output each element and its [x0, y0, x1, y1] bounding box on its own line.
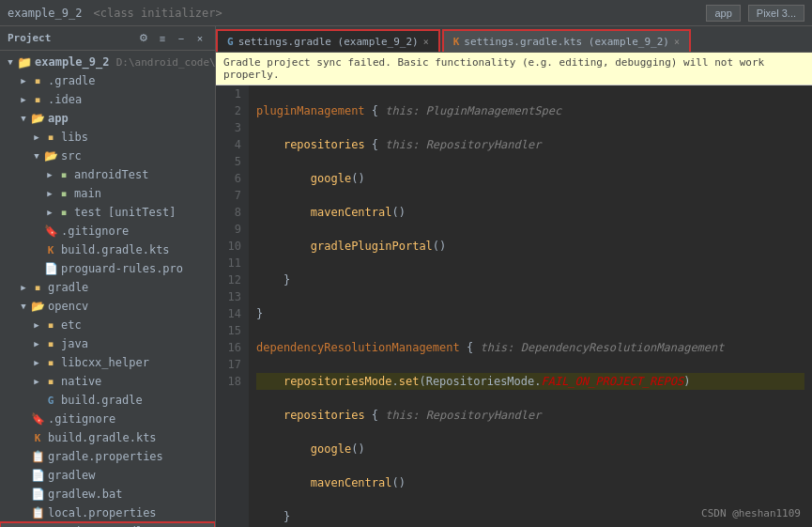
watermark-area: CSDN @heshan1109	[701, 506, 801, 519]
sidebar-collapse-icon[interactable]: −	[174, 31, 189, 46]
code-line-7: }	[256, 305, 804, 322]
list-item[interactable]: ▶ ▪ libcxx_helper	[0, 353, 215, 372]
list-item[interactable]: 📄 gradlew	[0, 466, 215, 485]
list-item[interactable]: ▶ ▪ etc	[0, 316, 215, 334]
tree-arrow: ▶	[30, 375, 43, 388]
tree-arrow: ▶	[43, 187, 56, 200]
list-item[interactable]: ▼ 📂 src	[0, 147, 215, 165]
tab-close-button[interactable]: ×	[423, 37, 429, 47]
tree-arrow: ▼	[17, 112, 30, 125]
tree-label: build.gradle.kts	[61, 243, 170, 256]
properties-icon: 📋	[30, 505, 45, 520]
list-item[interactable]: ▶ ▪ .gradle	[0, 71, 215, 90]
tab-bar: G settings.gradle (example_9_2) × K sett…	[216, 26, 812, 53]
folder-icon: ▪	[30, 280, 45, 295]
sidebar-settings-icon[interactable]: ⚙	[136, 31, 151, 46]
list-item[interactable]: 🔖 .gitignore	[0, 410, 215, 428]
folder-icon: ▪	[30, 73, 45, 88]
device-button[interactable]: Pixel 3...	[748, 5, 804, 22]
tree-label: local.properties	[48, 506, 157, 519]
list-item[interactable]: ▶ ▪ test [unitTest]	[0, 203, 215, 222]
tree-label: .gradle	[48, 74, 96, 87]
watermark-text: CSDN @heshan1109	[701, 507, 801, 519]
tree-arrow	[17, 469, 30, 482]
folder-icon: ▪	[56, 205, 71, 220]
tree-arrow: ▶	[43, 206, 56, 219]
list-item[interactable]: ▼ 📂 opencv	[0, 297, 215, 316]
code-line-4: mavenCentral()	[256, 204, 804, 221]
tree-arrow: ▶	[17, 281, 30, 294]
tree-arrow: ▶	[43, 168, 56, 181]
list-item[interactable]: ▶ ▪ java	[0, 334, 215, 353]
sidebar-title: Project	[8, 32, 51, 44]
tree-arrow: ▶	[30, 318, 43, 332]
list-item[interactable]: G build.gradle	[0, 391, 215, 410]
tree-label: libcxx_helper	[61, 356, 149, 369]
list-item[interactable]: K build.gradle.kts	[0, 428, 215, 447]
code-editor[interactable]: 1 2 3 4 5 6 7 8 9 10 11 12 13 14 15 16 1…	[216, 85, 812, 527]
list-item[interactable]: ▶ ▪ libs	[0, 128, 215, 147]
gitignore-icon: 🔖	[43, 224, 58, 239]
folder-icon: ▪	[43, 336, 58, 351]
tab-settings-gradle[interactable]: G settings.gradle (example_9_2) ×	[216, 29, 440, 52]
tab-settings-gradle-kts[interactable]: K settings.gradle.kts (example_9_2) ×	[442, 29, 691, 52]
list-item[interactable]: ▶ ▪ .idea	[0, 90, 215, 109]
tab-close-button[interactable]: ×	[674, 37, 680, 47]
tree-arrow-root: ▼	[4, 55, 17, 69]
folder-icon: ▪	[43, 318, 58, 333]
sidebar-close-icon[interactable]: ×	[192, 31, 207, 46]
kotlin-icon: K	[30, 430, 45, 445]
sidebar: Project ⚙ ≡ − × ▼ 📁 example_9_2 D:\andro…	[0, 26, 216, 527]
code-line-11: google()	[256, 441, 804, 457]
tree-label: gradlew	[48, 469, 96, 482]
tree-root[interactable]: ▼ 📁 example_9_2 D:\android_code\example_…	[0, 53, 215, 71]
tree-label: libs	[61, 131, 88, 144]
tree-arrow: ▶	[17, 93, 30, 106]
tree-arrow: ▶	[30, 337, 43, 350]
tree-label: .idea	[48, 93, 82, 106]
tree-label: .gitignore	[48, 412, 115, 426]
tree-arrow: ▶	[17, 74, 30, 87]
tree-label: test [unitTest]	[74, 206, 176, 219]
list-item[interactable]: 📄 proguard-rules.pro	[0, 259, 215, 278]
folder-icon: ▪	[56, 167, 71, 182]
list-item[interactable]: 📋 local.properties	[0, 504, 215, 522]
folder-icon: ▪	[43, 355, 58, 370]
sidebar-tree[interactable]: ▼ 📁 example_9_2 D:\android_code\example_…	[0, 51, 215, 527]
folder-open-icon: 📂	[43, 148, 58, 163]
tree-arrow: ▶	[30, 356, 43, 369]
sidebar-item-settings-gradle[interactable]: G settings.gradle	[0, 522, 215, 527]
code-content[interactable]: pluginManagement { this: PluginManagemen…	[249, 85, 812, 527]
sidebar-sort-icon[interactable]: ≡	[155, 31, 170, 46]
code-line-3: google()	[256, 170, 804, 187]
list-item[interactable]: 🔖 .gitignore	[0, 222, 215, 240]
list-item[interactable]: K build.gradle.kts	[0, 240, 215, 259]
code-line-8: dependencyResolutionManagement { this: D…	[256, 339, 804, 356]
list-item[interactable]: 📋 gradle.properties	[0, 447, 215, 466]
list-item[interactable]: ▶ ▪ native	[0, 372, 215, 391]
folder-open-icon: 📂	[30, 299, 45, 314]
code-line-10: repositories { this: RepositoryHandler	[256, 407, 804, 424]
folder-icon: ▪	[30, 92, 45, 107]
list-item[interactable]: ▼ 📂 app	[0, 109, 215, 128]
list-item[interactable]: ▶ ▪ main	[0, 184, 215, 203]
file-icon: 📄	[30, 487, 45, 502]
tree-label: etc	[61, 318, 82, 332]
code-line-2: repositories { this: RepositoryHandler	[256, 136, 804, 153]
tree-arrow	[17, 431, 30, 444]
code-line-9: repositoriesMode.set(RepositoriesMode.FA…	[256, 373, 804, 390]
tree-label: java	[61, 337, 88, 350]
main-layout: Project ⚙ ≡ − × ▼ 📁 example_9_2 D:\andro…	[0, 26, 812, 527]
tree-arrow: ▼	[17, 300, 30, 313]
kotlin-icon: K	[43, 242, 58, 257]
run-config-button[interactable]: app	[706, 5, 740, 22]
list-item[interactable]: 📄 gradlew.bat	[0, 485, 215, 504]
tab-label-settings-gradle: settings.gradle (example_9_2)	[238, 36, 419, 48]
list-item[interactable]: ▶ ▪ gradle	[0, 278, 215, 297]
tree-arrow	[30, 262, 43, 275]
list-item[interactable]: ▶ ▪ androidTest	[0, 165, 215, 184]
breadcrumb: <class initializer>	[93, 7, 222, 20]
tree-label: build.gradle	[61, 394, 143, 407]
tree-label: gradlew.bat	[48, 488, 122, 501]
tree-label: gradle	[48, 281, 88, 294]
